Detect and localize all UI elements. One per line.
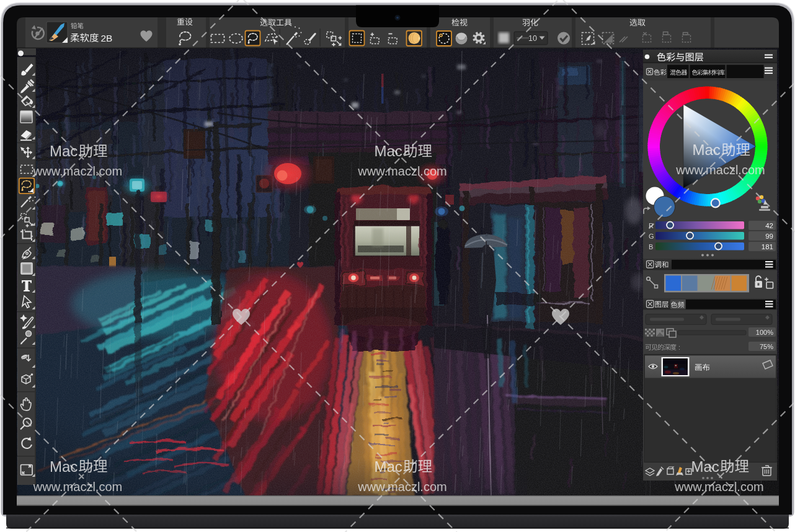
svg-text:B: B xyxy=(649,243,653,250)
svg-text:Mac: Mac xyxy=(375,458,402,475)
svg-text:42: 42 xyxy=(765,222,773,229)
svg-text:www.maczl.com: www.maczl.com xyxy=(357,480,446,494)
svg-text:Mac: Mac xyxy=(691,458,719,475)
svg-text:www.maczl.com: www.maczl.com xyxy=(33,480,122,494)
svg-text:Mac: Mac xyxy=(50,458,78,475)
svg-text:Mac: Mac xyxy=(693,141,721,158)
svg-text::: : xyxy=(678,344,680,351)
svg-text:75%: 75% xyxy=(760,343,773,350)
svg-text:G: G xyxy=(649,233,654,240)
svg-text:10: 10 xyxy=(528,34,537,43)
svg-text:Mac: Mac xyxy=(375,143,402,159)
svg-text:www.maczl.com: www.maczl.com xyxy=(33,164,122,178)
svg-text:181: 181 xyxy=(762,243,773,250)
svg-text:www.maczl.com: www.maczl.com xyxy=(357,164,446,178)
svg-text:www.maczl.com: www.maczl.com xyxy=(674,480,763,494)
svg-text:100%: 100% xyxy=(756,329,773,336)
svg-text:Mac: Mac xyxy=(50,143,78,159)
svg-text:99: 99 xyxy=(765,233,773,240)
svg-text:2B: 2B xyxy=(101,33,113,43)
svg-text:www.maczl.com: www.maczl.com xyxy=(675,163,765,177)
